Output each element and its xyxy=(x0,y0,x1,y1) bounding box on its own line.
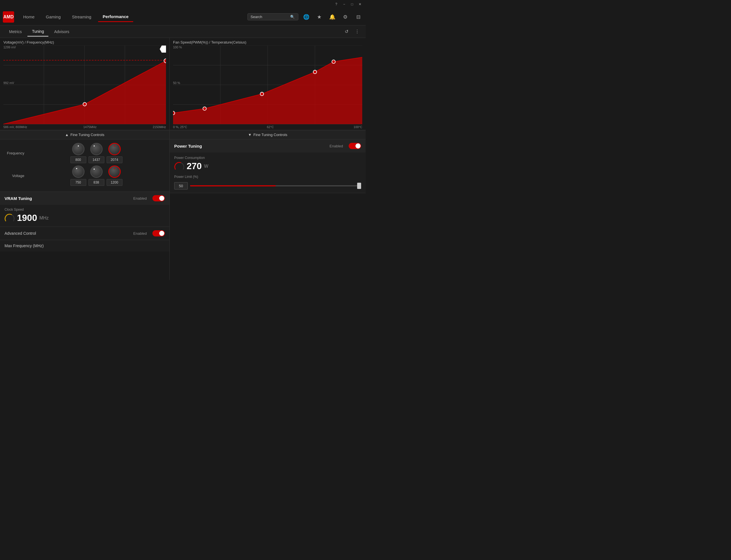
power-status: Enabled xyxy=(329,144,343,148)
fan-x-left: 0 %, 25°C xyxy=(173,125,187,129)
nav-home[interactable]: Home xyxy=(19,12,39,21)
help-button[interactable]: ? xyxy=(333,1,340,8)
tab-metrics[interactable]: Metrics xyxy=(5,27,26,36)
title-bar: ? − □ ✕ xyxy=(0,0,366,8)
clock-speed-value-row: 1900 MHz xyxy=(5,213,165,223)
main-content: Voltage(mV) / Frequency(MHz) 1299 mV 992… xyxy=(0,38,366,280)
volt-knob-3[interactable] xyxy=(108,165,121,178)
power-header: Power Tuning Enabled xyxy=(170,139,366,152)
power-limit-slider[interactable] xyxy=(190,182,361,189)
svg-point-23 xyxy=(203,107,206,110)
voltage-x-left: 586 mV, 800MHz xyxy=(3,125,27,129)
nav-gaming[interactable]: Gaming xyxy=(41,12,65,21)
amd-logo: AMD xyxy=(3,11,14,23)
tab-advisors[interactable]: Advisors xyxy=(49,27,74,36)
reset-icon[interactable]: ↺ xyxy=(342,28,350,36)
nav-performance[interactable]: Performance xyxy=(98,12,133,22)
slider-track xyxy=(190,185,361,186)
volt-knob-item-2 xyxy=(89,165,104,186)
minimize-button[interactable]: − xyxy=(341,1,348,8)
maximize-button[interactable]: □ xyxy=(349,1,355,8)
freq-knob-item-2 xyxy=(89,143,104,163)
volt-knob-2[interactable] xyxy=(90,165,103,178)
fan-chart-container: Fan Speed(PWM(%)) / Temperature(Celsius)… xyxy=(170,38,366,130)
clock-speed-gauge xyxy=(5,213,15,223)
nav-streaming[interactable]: Streaming xyxy=(68,12,96,21)
close-button[interactable]: ✕ xyxy=(357,1,363,8)
fine-tuning-expand-icon: ▼ xyxy=(248,133,252,137)
fan-chart-title: Fan Speed(PWM(%)) / Temperature(Celsius) xyxy=(173,40,362,44)
more-options-icon[interactable]: ⋮ xyxy=(353,28,361,36)
svg-point-24 xyxy=(260,92,264,96)
freq-knob-3[interactable] xyxy=(108,143,121,155)
slider-thumb xyxy=(357,183,361,189)
freq-input-2[interactable] xyxy=(89,156,104,163)
star-icon[interactable]: ★ xyxy=(315,12,324,21)
vram-section-body: Clock Speed 1900 MHz xyxy=(0,205,169,227)
voltage-x-labels: 586 mV, 800MHz 1475MHz 2150MHz xyxy=(3,125,166,129)
fine-tuning-collapse-icon: ▲ xyxy=(65,133,69,137)
max-frequency-block: Max Frequency (MHz) xyxy=(0,240,169,251)
power-toggle[interactable] xyxy=(349,143,361,149)
freq-input-1[interactable] xyxy=(70,156,86,163)
advanced-toggle-row: Enabled xyxy=(133,230,165,236)
freq-knob-item-3 xyxy=(107,143,122,163)
search-input[interactable] xyxy=(251,15,290,19)
voltage-knob-row: Voltage xyxy=(5,165,165,186)
freq-knob-item-1 xyxy=(70,143,86,163)
advanced-header: Advanced Control Enabled xyxy=(0,227,169,240)
fine-tuning-bar-left[interactable]: ▲ Fine Tuning Controls xyxy=(0,130,169,139)
fine-tuning-label-left: Fine Tuning Controls xyxy=(70,133,104,137)
right-panel: Fan Speed(PWM(%)) / Temperature(Celsius)… xyxy=(170,38,366,280)
voltage-chart-wrapper: 1299 mV 992 mV xyxy=(3,46,166,125)
volt-knob-item-3 xyxy=(107,165,122,186)
volt-input-1[interactable] xyxy=(70,179,86,186)
svg-point-22 xyxy=(173,111,175,115)
advanced-toggle[interactable] xyxy=(152,230,165,236)
freq-knob-1[interactable] xyxy=(72,143,85,155)
sub-nav-tabs: Metrics Tuning Advisors xyxy=(5,27,74,36)
settings-icon[interactable]: ⚙ xyxy=(341,12,350,21)
power-body: Power Consumption 270 W Power Limit (%) xyxy=(170,152,366,193)
power-limit-input[interactable] xyxy=(174,182,188,189)
voltage-y-top: 1299 mV xyxy=(3,46,16,49)
frequency-knob-row: Frequency xyxy=(5,143,165,163)
advanced-title: Advanced Control xyxy=(5,231,36,236)
clock-speed-label: Clock Speed xyxy=(5,208,165,212)
max-freq-title: Max Frequency (MHz) xyxy=(5,244,44,248)
vram-section-header: VRAM Tuning Enabled xyxy=(0,192,169,205)
nav-icons: 🌐 ★ 🔔 ⚙ ⊟ xyxy=(302,12,363,21)
fine-tuning-bar-right[interactable]: ▼ Fine Tuning Controls xyxy=(170,130,366,139)
voltage-chart-svg xyxy=(3,46,166,125)
slider-fill xyxy=(190,185,276,186)
volt-input-2[interactable] xyxy=(89,179,104,186)
vram-toggle[interactable] xyxy=(152,195,165,201)
nav-items: Home Gaming Streaming Performance xyxy=(19,12,247,22)
power-tuning-section: Power Tuning Enabled Power Consumption 2… xyxy=(170,139,366,193)
power-gauge xyxy=(174,161,184,171)
freq-knob-2[interactable] xyxy=(90,143,103,155)
fan-x-mid: 62°C xyxy=(267,125,274,129)
volt-input-3[interactable] xyxy=(107,179,122,186)
fan-chart-svg xyxy=(173,46,362,125)
volt-knob-1[interactable] xyxy=(72,165,85,178)
freq-input-3[interactable] xyxy=(107,156,122,163)
panel-icon[interactable]: ⊟ xyxy=(354,12,363,21)
volt-knob-item-1 xyxy=(70,165,86,186)
svg-point-10 xyxy=(83,102,86,106)
globe-icon[interactable]: 🌐 xyxy=(302,12,311,21)
search-bar[interactable]: 🔍 xyxy=(247,13,298,20)
sub-nav: Metrics Tuning Advisors ↺ ⋮ xyxy=(0,25,366,38)
voltage-knob-group xyxy=(28,165,165,186)
bell-icon[interactable]: 🔔 xyxy=(328,12,337,21)
sub-nav-actions: ↺ ⋮ xyxy=(342,28,361,36)
fan-y-mid: 50 % xyxy=(173,81,180,85)
frequency-label: Frequency xyxy=(5,151,24,155)
search-icon: 🔍 xyxy=(290,15,295,19)
tab-tuning[interactable]: Tuning xyxy=(27,27,48,36)
left-panel: Voltage(mV) / Frequency(MHz) 1299 mV 992… xyxy=(0,38,170,280)
voltage-x-mid: 1475MHz xyxy=(83,125,96,129)
fan-chart-wrapper: 100 % 50 % xyxy=(173,46,362,125)
vram-toggle-row: Enabled xyxy=(133,195,165,201)
power-limit-label: Power Limit (%) xyxy=(174,175,361,179)
